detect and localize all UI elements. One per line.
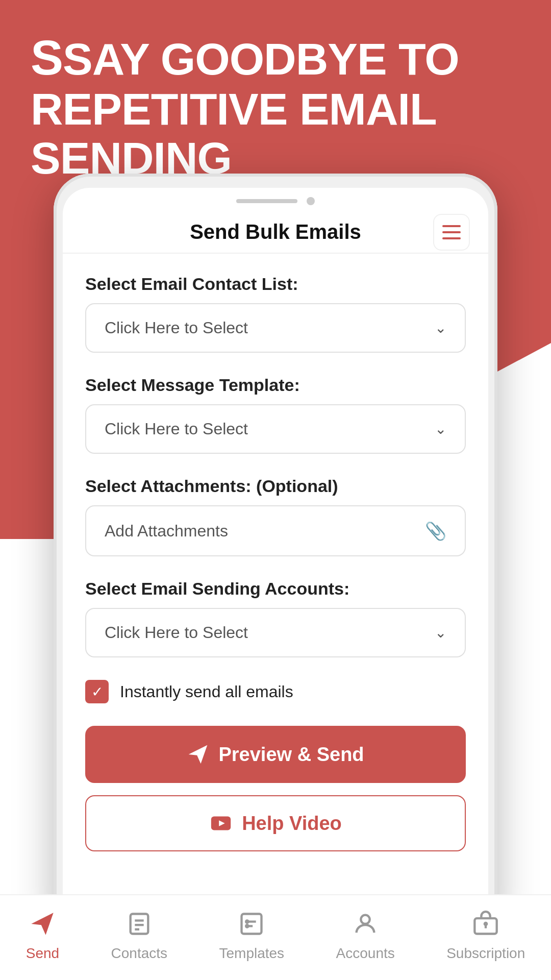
send-nav-label: Send: [26, 945, 59, 962]
contact-list-value: Click Here to Select: [105, 318, 248, 337]
send-plane-icon: [187, 743, 209, 766]
bottom-navigation: Send Contacts Templates: [0, 894, 551, 980]
contact-list-dropdown[interactable]: Click Here to Select ⌄: [85, 303, 466, 353]
paperclip-icon: 📎: [425, 521, 446, 541]
chevron-down-icon-2: ⌄: [435, 421, 446, 437]
phone-screen: Send Bulk Emails Select Email Contact Li…: [63, 188, 488, 923]
chevron-down-icon-3: ⌄: [435, 624, 446, 641]
svg-point-9: [361, 915, 369, 924]
notch-dot: [307, 197, 315, 205]
menu-button[interactable]: [433, 214, 470, 251]
message-template-label: Select Message Template:: [85, 375, 466, 395]
app-title: Send Bulk Emails: [190, 220, 361, 243]
contact-list-group: Select Email Contact List: Click Here to…: [85, 274, 466, 353]
sending-accounts-value: Click Here to Select: [105, 623, 248, 642]
templates-nav-icon: [235, 908, 268, 940]
nav-item-subscription[interactable]: Subscription: [446, 908, 525, 962]
svg-point-8: [246, 925, 248, 927]
form-content: Select Email Contact List: Click Here to…: [63, 254, 488, 872]
subscription-nav-icon: [469, 908, 502, 940]
hero-heading: SSay goodbye to repetitive email sending: [31, 31, 520, 183]
sending-accounts-dropdown[interactable]: Click Here to Select ⌄: [85, 608, 466, 657]
notch-bar: [236, 199, 297, 203]
help-video-label: Help Video: [242, 813, 342, 835]
youtube-icon: [209, 812, 233, 835]
svg-point-7: [246, 921, 248, 923]
sending-accounts-label: Select Email Sending Accounts:: [85, 579, 466, 599]
contacts-nav-icon: [123, 908, 156, 940]
attachments-value: Add Attachments: [105, 522, 228, 541]
sending-accounts-group: Select Email Sending Accounts: Click Her…: [85, 579, 466, 657]
instantly-send-label: Instantly send all emails: [120, 682, 293, 701]
nav-item-accounts[interactable]: Accounts: [336, 908, 395, 962]
message-template-value: Click Here to Select: [105, 420, 248, 438]
preview-send-button[interactable]: Preview & Send: [85, 726, 466, 783]
svg-point-12: [485, 923, 487, 925]
app-header: Send Bulk Emails: [63, 210, 488, 254]
instantly-send-checkbox[interactable]: ✓: [85, 680, 109, 703]
message-template-group: Select Message Template: Click Here to S…: [85, 375, 466, 454]
attachments-group: Select Attachments: (Optional) Add Attac…: [85, 476, 466, 556]
message-template-dropdown[interactable]: Click Here to Select ⌄: [85, 404, 466, 454]
subscription-nav-label: Subscription: [446, 945, 525, 962]
contact-list-label: Select Email Contact List:: [85, 274, 466, 294]
nav-item-send[interactable]: Send: [26, 908, 59, 962]
preview-send-label: Preview & Send: [218, 744, 364, 766]
checkmark-icon: ✓: [91, 683, 103, 700]
svg-rect-6: [242, 914, 262, 934]
contacts-nav-label: Contacts: [111, 945, 168, 962]
nav-item-templates[interactable]: Templates: [219, 908, 285, 962]
attachments-label: Select Attachments: (Optional): [85, 476, 466, 496]
accounts-nav-label: Accounts: [336, 945, 395, 962]
send-nav-icon: [26, 908, 59, 940]
nav-item-contacts[interactable]: Contacts: [111, 908, 168, 962]
menu-line-3: [442, 237, 461, 239]
menu-line-2: [442, 231, 461, 233]
templates-nav-label: Templates: [219, 945, 285, 962]
accounts-nav-icon: [349, 908, 382, 940]
chevron-down-icon: ⌄: [435, 320, 446, 336]
phone-mockup: Send Bulk Emails Select Email Contact Li…: [54, 174, 497, 937]
menu-line-1: [442, 225, 461, 227]
help-video-button[interactable]: Help Video: [85, 795, 466, 851]
phone-notch: [63, 188, 488, 210]
instantly-send-row[interactable]: ✓ Instantly send all emails: [85, 680, 466, 703]
attachments-field[interactable]: Add Attachments 📎: [85, 505, 466, 556]
